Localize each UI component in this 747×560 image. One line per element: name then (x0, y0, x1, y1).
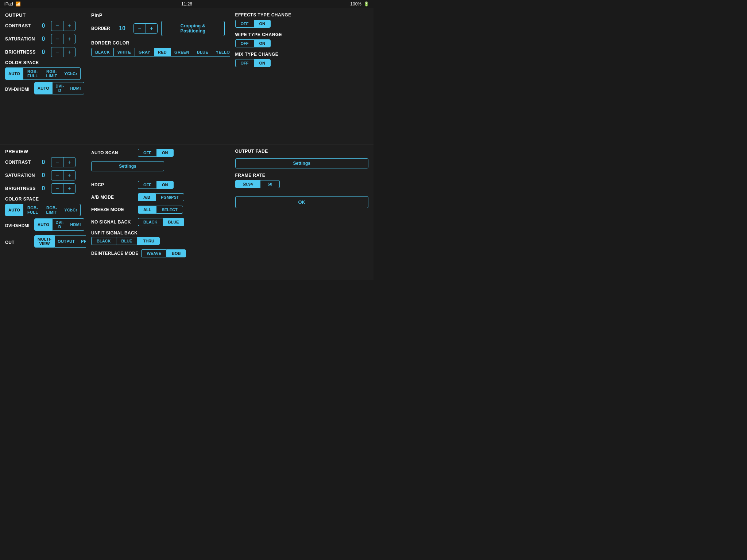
prev-saturation-plus[interactable]: + (63, 171, 75, 180)
nosignal-group: BLACK BLUE (138, 218, 184, 226)
contrast-minus[interactable]: − (51, 21, 63, 31)
prev-contrast-plus[interactable]: + (63, 158, 75, 167)
prev-brightness-stepper: − + (51, 183, 76, 194)
mix-type-on[interactable]: ON (254, 59, 271, 67)
freeze-row: FREEZE MODE ALL SELECT (91, 206, 225, 214)
out-output[interactable]: OUTPUT (55, 235, 78, 248)
colorspace-rgb-full[interactable]: RGB-FULL (23, 67, 42, 80)
nosignal-label: NO SIGNAL BACK (91, 219, 135, 225)
nosignal-blue[interactable]: BLUE (163, 218, 185, 226)
border-value: 10 (117, 25, 128, 32)
prev-colorspace-ycbcr[interactable]: YCbCr (61, 204, 81, 216)
hdcp-on[interactable]: ON (156, 181, 174, 189)
prev-colorspace-auto[interactable]: AUTO (5, 204, 23, 216)
color-black[interactable]: BLACK (91, 48, 114, 57)
color-green[interactable]: GREEN (171, 48, 193, 57)
deinterlace-bob[interactable]: BOB (166, 249, 186, 257)
dvi-dvid[interactable]: DVI-D (53, 82, 67, 94)
prev-colorspace-group: AUTO RGB-FULL RGB-LIMIT YCbCr (5, 204, 81, 216)
prev-contrast-minus[interactable]: − (51, 158, 63, 167)
abmode-ab[interactable]: A/B (138, 193, 155, 201)
colorspace-label: COLOR SPACE (5, 60, 81, 65)
brightness-row: BRIGHTNESS 0 − + (5, 47, 81, 57)
color-gray[interactable]: GRAY (135, 48, 154, 57)
color-red[interactable]: RED (154, 48, 171, 57)
autoscan-settings-btn[interactable]: Settings (91, 161, 164, 171)
wipe-type-on[interactable]: ON (254, 39, 271, 47)
hdcp-group: OFF ON (138, 181, 174, 189)
contrast-stepper: − + (51, 21, 76, 31)
prev-brightness-label: BRIGHTNESS (5, 186, 38, 191)
unfit-section: UNFIT SIGNAL BACK BLACK BLUE THRU (91, 230, 225, 245)
brightness-minus[interactable]: − (51, 47, 63, 57)
color-blue[interactable]: BLUE (193, 48, 212, 57)
freeze-select[interactable]: SELECT (156, 206, 183, 214)
dvi-auto[interactable]: AUTO (34, 82, 53, 94)
wipe-type-title: WIPE TYPE CHANGE (235, 32, 369, 37)
nosignal-black[interactable]: BLACK (138, 218, 163, 226)
prev-colorspace-rgb-full[interactable]: RGB-FULL (23, 204, 42, 216)
colorspace-auto[interactable]: AUTO (5, 67, 23, 80)
unfit-blue[interactable]: BLUE (116, 237, 138, 245)
output-title: OUTPUT (5, 12, 81, 18)
prev-saturation-minus[interactable]: − (51, 171, 63, 180)
border-plus[interactable]: + (146, 24, 158, 33)
contrast-plus[interactable]: + (63, 21, 75, 31)
border-color-group: BLACK WHITE GRAY RED GREEN BLUE YELLOW (91, 48, 225, 57)
prev-brightness-value: 0 (38, 185, 49, 192)
hdcp-label: HDCP (91, 182, 135, 187)
cropping-btn[interactable]: Cropping & Positioning (161, 21, 224, 36)
ok-button[interactable]: OK (235, 196, 369, 208)
colorspace-rgb-limit[interactable]: RGB-LIMIT (42, 67, 61, 80)
pinp-title: PinP (91, 12, 225, 18)
prev-dvi-dvid[interactable]: DVI-D (53, 218, 67, 231)
prev-brightness-row: BRIGHTNESS 0 − + (5, 183, 81, 194)
prev-brightness-plus[interactable]: + (63, 184, 75, 193)
autoscan-off[interactable]: OFF (138, 149, 156, 157)
colorspace-ycbcr[interactable]: YCbCr (61, 67, 81, 80)
mix-type-off[interactable]: OFF (235, 59, 254, 67)
color-yellow[interactable]: YELLOW (212, 48, 230, 57)
out-preview[interactable]: PREVIEW (78, 235, 86, 248)
freeze-all[interactable]: ALL (138, 206, 156, 214)
unfit-thru[interactable]: THRU (138, 237, 160, 245)
deinterlace-weave[interactable]: WEAVE (141, 249, 166, 257)
unfit-group: BLACK BLUE THRU (91, 237, 225, 245)
out-multiview[interactable]: MULTI-VIEW (34, 235, 55, 248)
out-label: OUT (5, 240, 34, 245)
prev-contrast-label: CONTRAST (5, 160, 38, 165)
color-white[interactable]: WHITE (114, 48, 135, 57)
dvi-hdmi[interactable]: HDMI (67, 82, 84, 94)
brightness-value: 0 (38, 49, 49, 55)
brightness-plus[interactable]: + (63, 47, 75, 57)
output-fade-title: OUTPUT FADE (235, 149, 369, 154)
mix-type-section: MIX TYPE CHANGE OFF ON (235, 52, 369, 67)
effects-type-section: EFFECTS TYPE CHANGE OFF ON (235, 12, 369, 28)
effects-type-on[interactable]: ON (254, 20, 271, 28)
effects-type-off[interactable]: OFF (235, 20, 254, 28)
saturation-value: 0 (38, 36, 49, 42)
output-fade-settings-btn[interactable]: Settings (235, 158, 369, 168)
preview-panel: PREVIEW CONTRAST 0 − + SATURATION 0 − + … (0, 144, 86, 280)
prev-dvi-hdmi[interactable]: HDMI (67, 218, 84, 231)
border-minus[interactable]: − (134, 24, 146, 33)
wipe-type-off[interactable]: OFF (235, 39, 254, 47)
freeze-label: FREEZE MODE (91, 207, 135, 212)
abmode-pgmpst[interactable]: PGM/PST (155, 193, 185, 201)
saturation-plus[interactable]: + (63, 34, 75, 44)
unfit-black[interactable]: BLACK (91, 237, 116, 245)
deinterlace-row: DEINTERLACE MODE WEAVE BOB (91, 249, 225, 257)
border-color-label: BORDER COLOR (91, 40, 225, 46)
frame-rate-5994[interactable]: 59.94 (235, 180, 260, 188)
frame-rate-50[interactable]: 50 (260, 180, 280, 188)
hdcp-off[interactable]: OFF (138, 181, 156, 189)
prev-dvi-auto[interactable]: AUTO (34, 218, 53, 231)
abmode-row: A/B MODE A/B PGM/PST (91, 193, 225, 201)
prev-colorspace-rgb-limit[interactable]: RGB-LIMIT (42, 204, 61, 216)
prev-saturation-label: SATURATION (5, 173, 38, 178)
autoscan-on[interactable]: ON (156, 149, 174, 157)
battery-label: 100% (350, 1, 361, 7)
saturation-minus[interactable]: − (51, 34, 63, 44)
border-label: BORDER (91, 26, 113, 31)
prev-brightness-minus[interactable]: − (51, 184, 63, 193)
